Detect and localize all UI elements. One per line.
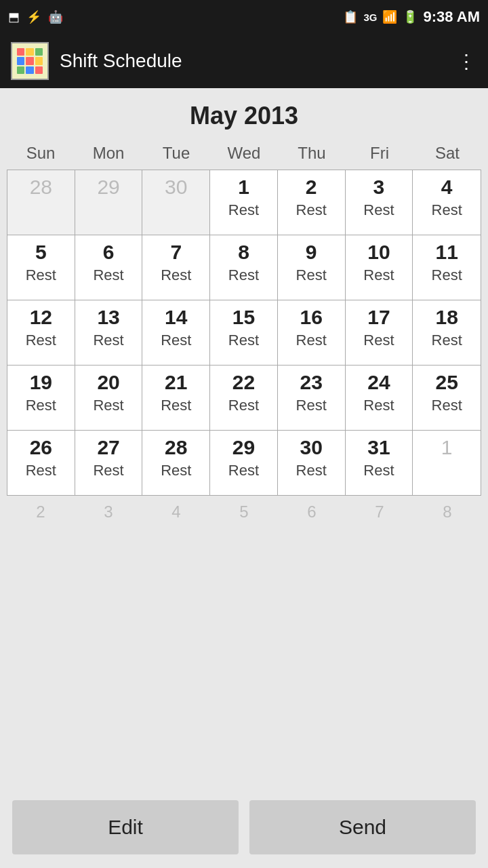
cell-label: Rest [363, 201, 394, 219]
header-fri: Fri [346, 141, 413, 168]
signal-icon: 📶 [382, 9, 397, 24]
cal-cell-may3[interactable]: 3 Rest [346, 170, 413, 235]
cell-label: Rest [432, 397, 462, 414]
cell-label: Rest [363, 267, 394, 284]
header-tue: Tue [142, 141, 210, 168]
header-sat: Sat [413, 141, 481, 168]
cell-date: 30 [300, 437, 323, 458]
next-month-day-6: 6 [278, 498, 346, 526]
cell-label: Rest [161, 267, 191, 284]
cal-cell-apr30[interactable]: 30 [142, 170, 210, 235]
month-title: May 2013 [190, 102, 298, 130]
next-month-day-4: 4 [142, 498, 210, 526]
status-time: 9:38 AM [423, 8, 480, 26]
cal-cell-may25[interactable]: 25 Rest [413, 366, 481, 430]
cal-cell-may19[interactable]: 19 Rest [7, 366, 75, 430]
overflow-menu-icon[interactable]: ⋮ [457, 50, 477, 73]
cal-cell-may1[interactable]: 1 Rest [210, 170, 278, 235]
cell-label: Rest [93, 332, 123, 349]
cal-cell-may16[interactable]: 16 Rest [278, 300, 346, 365]
header-sun: Sun [7, 141, 75, 168]
cell-label: Rest [26, 462, 56, 479]
cell-date: 12 [30, 307, 52, 328]
cell-date: 20 [97, 372, 119, 393]
cal-cell-may27[interactable]: 27 Rest [75, 431, 143, 495]
next-month-day-3: 3 [75, 498, 142, 526]
cal-cell-may14[interactable]: 14 Rest [142, 300, 210, 365]
cell-date: 2 [306, 177, 317, 197]
cal-cell-may26[interactable]: 26 Rest [7, 431, 75, 495]
cal-cell-may31[interactable]: 31 Rest [346, 431, 413, 495]
cal-cell-may5[interactable]: 5 Rest [7, 235, 75, 300]
cal-cell-may21[interactable]: 21 Rest [142, 366, 210, 430]
cell-date: 10 [367, 242, 390, 262]
send-button[interactable]: Send [249, 800, 476, 854]
cal-cell-apr29[interactable]: 29 [75, 170, 143, 235]
cell-date: 15 [232, 307, 255, 328]
cal-cell-may9[interactable]: 9 Rest [278, 235, 346, 300]
cal-cell-may7[interactable]: 7 Rest [142, 235, 210, 300]
sim-icon: 📋 [343, 9, 358, 24]
cell-date: 19 [30, 372, 52, 393]
cal-cell-may8[interactable]: 8 Rest [210, 235, 278, 300]
cell-date: 16 [300, 307, 323, 328]
cell-label: Rest [161, 462, 191, 479]
cell-label: Rest [228, 462, 259, 479]
cal-cell-may13[interactable]: 13 Rest [75, 300, 143, 365]
usb-icon: ⚡ [26, 9, 41, 24]
cell-date: 24 [367, 372, 390, 393]
battery-icon: 🔋 [403, 9, 418, 24]
cal-cell-may30[interactable]: 30 Rest [278, 431, 346, 495]
cell-date: 28 [165, 437, 187, 458]
app-bar: Shift Schedule ⋮ [0, 34, 488, 88]
cell-label: Rest [363, 397, 394, 414]
cal-cell-may11[interactable]: 11 Rest [413, 235, 481, 300]
cell-date: 27 [97, 437, 119, 458]
cal-cell-may20[interactable]: 20 Rest [75, 366, 143, 430]
cal-row-2: 5 Rest 6 Rest 7 Rest 8 Rest 9 Rest 10 Re… [7, 235, 481, 300]
cell-date: 29 [97, 177, 119, 197]
cell-date: 30 [165, 177, 187, 197]
cal-cell-apr28[interactable]: 28 [7, 170, 75, 235]
cal-cell-may15[interactable]: 15 Rest [210, 300, 278, 365]
next-month-day-8: 8 [413, 498, 481, 526]
cal-cell-may4[interactable]: 4 Rest [413, 170, 481, 235]
cal-cell-may22[interactable]: 22 Rest [210, 366, 278, 430]
cell-date: 31 [367, 437, 390, 458]
cell-label: Rest [296, 397, 327, 414]
cal-cell-may12[interactable]: 12 Rest [7, 300, 75, 365]
cal-cell-may28[interactable]: 28 Rest [142, 431, 210, 495]
edit-button[interactable]: Edit [12, 800, 239, 854]
cal-row-1: 28 29 30 1 Rest 2 Rest 3 Rest [7, 170, 481, 235]
screenshot-icon: ⬒ [8, 9, 20, 24]
cal-cell-may29[interactable]: 29 Rest [210, 431, 278, 495]
cal-cell-may18[interactable]: 18 Rest [413, 300, 481, 365]
3g-icon: 3G [363, 12, 377, 23]
cal-cell-may6[interactable]: 6 Rest [75, 235, 143, 300]
cell-date: 13 [97, 307, 119, 328]
cal-cell-may17[interactable]: 17 Rest [346, 300, 413, 365]
cell-date: 1 [238, 177, 249, 197]
cell-date: 6 [103, 242, 115, 262]
cell-label: Rest [296, 462, 327, 479]
cell-date: 22 [232, 372, 255, 393]
cal-row-5: 26 Rest 27 Rest 28 Rest 29 Rest 30 Rest … [7, 431, 481, 495]
cell-date: 9 [306, 242, 317, 262]
app-title: Shift Schedule [60, 50, 457, 72]
android-icon: 🤖 [48, 9, 63, 24]
cell-label: Rest [228, 332, 259, 349]
cell-label: Rest [161, 332, 191, 349]
calendar-grid: 28 29 30 1 Rest 2 Rest 3 Rest [7, 170, 481, 496]
cell-date: 8 [238, 242, 249, 262]
cell-label: Rest [432, 267, 462, 284]
cell-label: Rest [432, 201, 462, 219]
cell-date: 1 [441, 437, 453, 458]
cal-cell-jun1[interactable]: 1 [413, 431, 481, 495]
cal-cell-may23[interactable]: 23 Rest [278, 366, 346, 430]
cell-date: 21 [165, 372, 187, 393]
cal-cell-may24[interactable]: 24 Rest [346, 366, 413, 430]
cal-cell-may10[interactable]: 10 Rest [346, 235, 413, 300]
cal-cell-may2[interactable]: 2 Rest [278, 170, 346, 235]
cell-date: 11 [435, 242, 458, 262]
cell-date: 25 [435, 372, 458, 393]
